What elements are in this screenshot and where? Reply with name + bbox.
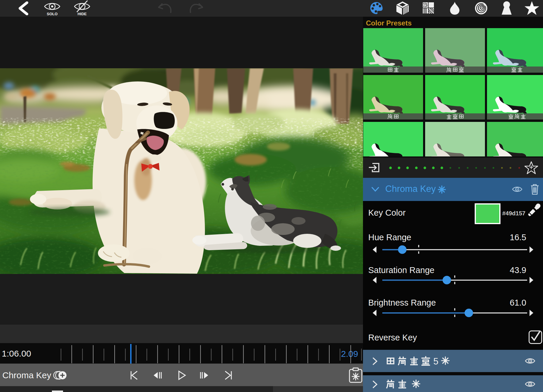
svg-text:5: 5 <box>433 356 438 366</box>
svg-text:SOLO: SOLO <box>47 12 58 16</box>
svg-text:HIDE: HIDE <box>77 12 86 16</box>
